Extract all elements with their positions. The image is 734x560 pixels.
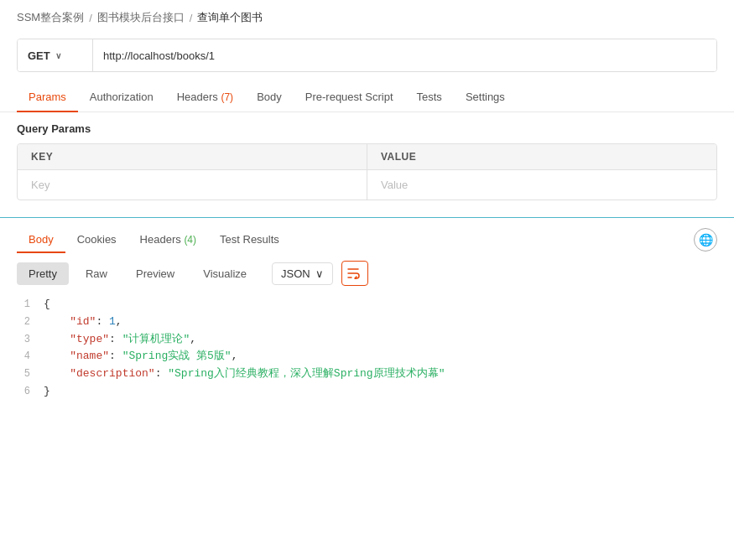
breadcrumb-item-1[interactable]: SSM整合案例 xyxy=(17,10,84,25)
tab-tests[interactable]: Tests xyxy=(405,82,454,111)
json-type-dropdown[interactable]: JSON ∨ xyxy=(272,262,333,285)
json-line-6: 6 } xyxy=(17,383,717,401)
tab-authorization[interactable]: Authorization xyxy=(78,82,165,111)
format-preview-button[interactable]: Preview xyxy=(124,262,186,285)
response-headers-badge: (4) xyxy=(184,234,196,246)
params-table-header: KEY VALUE xyxy=(18,144,716,170)
headers-badge: (7) xyxy=(221,91,233,103)
json-value-description: "Spring入门经典教程，深入理解Spring原理技术内幕" xyxy=(168,367,445,380)
line-num-5: 5 xyxy=(17,366,44,382)
breadcrumb-item-2[interactable]: 图书模块后台接口 xyxy=(97,10,185,25)
params-value-input-placeholder[interactable]: Value xyxy=(367,170,716,200)
breadcrumb-sep-1: / xyxy=(89,12,92,24)
wrap-button[interactable] xyxy=(341,261,368,286)
format-pretty-button[interactable]: Pretty xyxy=(17,262,69,285)
tab-settings[interactable]: Settings xyxy=(454,82,517,111)
tab-params[interactable]: Params xyxy=(17,82,78,111)
breadcrumb: SSM整合案例 / 图书模块后台接口 / 查询单个图书 xyxy=(0,0,734,32)
json-line-4: 4 "name": "Spring实战 第5版", xyxy=(17,348,717,366)
format-visualize-button[interactable]: Visualize xyxy=(191,262,258,285)
json-value-id: 1 xyxy=(109,315,116,328)
line-num-1: 1 xyxy=(17,297,44,313)
response-tab-body[interactable]: Body xyxy=(17,226,65,252)
url-input[interactable] xyxy=(93,39,716,71)
query-params-section: Query Params KEY VALUE Key Value xyxy=(0,112,734,210)
response-tabs-bar: Body Cookies Headers (4) Test Results 🌐 xyxy=(17,218,717,252)
request-tabs: Params Authorization Headers (7) Body Pr… xyxy=(0,82,734,112)
params-table: KEY VALUE Key Value xyxy=(17,143,717,200)
response-tabs-left: Body Cookies Headers (4) Test Results xyxy=(17,226,291,252)
query-params-title: Query Params xyxy=(17,122,717,135)
json-key-type: "type" xyxy=(70,333,109,345)
url-bar: GET ∨ xyxy=(17,39,717,72)
json-line-5: 5 "description": "Spring入门经典教程，深入理解Sprin… xyxy=(17,366,717,383)
col-header-key: KEY xyxy=(18,144,367,169)
params-key-input-placeholder[interactable]: Key xyxy=(18,170,367,200)
tab-headers[interactable]: Headers (7) xyxy=(165,82,245,111)
method-chevron-icon: ∨ xyxy=(55,51,61,60)
json-line-2: 2 "id": 1, xyxy=(17,314,717,331)
breadcrumb-sep-2: / xyxy=(190,12,193,24)
method-dropdown[interactable]: GET ∨ xyxy=(18,39,93,71)
json-line-3: 3 "type": "计算机理论", xyxy=(17,331,717,349)
line-num-6: 6 xyxy=(17,384,44,400)
json-value-name: "Spring实战 第5版" xyxy=(122,350,232,362)
json-key-name: "name" xyxy=(70,350,109,362)
main-container: SSM整合案例 / 图书模块后台接口 / 查询单个图书 GET ∨ Params… xyxy=(0,0,734,560)
globe-icon[interactable]: 🌐 xyxy=(694,228,717,251)
response-tab-headers[interactable]: Headers (4) xyxy=(128,226,208,252)
breadcrumb-item-3[interactable]: 查询单个图书 xyxy=(197,10,263,25)
line-num-2: 2 xyxy=(17,314,44,330)
response-tab-test-results[interactable]: Test Results xyxy=(208,226,291,252)
json-key-id: "id" xyxy=(70,315,96,328)
params-row-empty: Key Value xyxy=(18,170,716,200)
json-key-description: "description" xyxy=(70,367,154,380)
response-section: Body Cookies Headers (4) Test Results 🌐 … xyxy=(0,218,734,404)
tab-pre-request-script[interactable]: Pre-request Script xyxy=(294,82,405,111)
json-type-label: JSON xyxy=(281,267,310,280)
json-value-type: "计算机理论" xyxy=(122,333,190,345)
tab-body[interactable]: Body xyxy=(245,82,294,111)
json-viewer: 1 { 2 "id": 1, 3 "type": "计算机理论", 4 "nam… xyxy=(17,293,717,404)
json-line-1: 1 { xyxy=(17,296,717,314)
col-header-value: VALUE xyxy=(367,144,716,169)
line-num-3: 3 xyxy=(17,332,44,348)
json-close-brace: } xyxy=(44,383,50,401)
format-raw-button[interactable]: Raw xyxy=(74,262,119,285)
json-type-chevron-icon: ∨ xyxy=(315,267,324,280)
line-num-4: 4 xyxy=(17,349,44,365)
wrap-icon xyxy=(347,267,362,279)
response-tab-cookies[interactable]: Cookies xyxy=(65,226,128,252)
format-bar: Pretty Raw Preview Visualize JSON ∨ xyxy=(17,252,717,293)
json-open-brace: { xyxy=(44,296,50,314)
method-label: GET xyxy=(28,49,50,62)
